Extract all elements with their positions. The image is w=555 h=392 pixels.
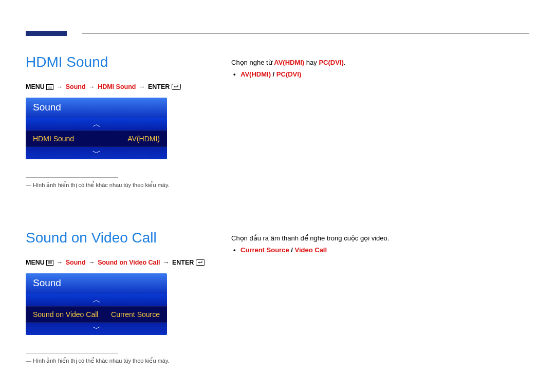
menu-icon xyxy=(46,260,53,267)
chevron-down-icon: ﹀ xyxy=(92,323,101,335)
desc-opt-pcdvi: PC(DVI) xyxy=(319,59,343,66)
path-sound: Sound xyxy=(66,83,86,90)
chevron-down-icon: ﹀ xyxy=(92,147,101,159)
osd-nav-up[interactable]: ︿ xyxy=(26,294,167,306)
osd-row-hdmi-sound[interactable]: HDMI Sound AV(HDMI) xyxy=(26,130,167,147)
osd-row-value: AV(HDMI) xyxy=(127,135,160,143)
desc-opt-avhdmi: AV(HDMI) xyxy=(274,59,304,66)
osd-nav-down[interactable]: ﹀ xyxy=(26,147,167,159)
video-call-options-bullet: Current Source / Video Call xyxy=(240,244,529,256)
menu-icon xyxy=(46,84,53,91)
osd-header: Sound xyxy=(26,98,167,118)
footnote-separator xyxy=(26,177,118,178)
menu-path-video-call: MENU → Sound → Sound on Video Call → ENT… xyxy=(26,259,216,267)
desc-pre: Chọn nghe từ xyxy=(231,59,274,66)
osd-row-label: Sound on Video Call xyxy=(33,310,98,319)
osd-row-value: Current Source xyxy=(111,310,160,319)
menu-label: MENU xyxy=(26,259,45,266)
osd-row-video-call[interactable]: Sound on Video Call Current Source xyxy=(26,306,167,323)
path-hdmi-sound: HDMI Sound xyxy=(98,83,136,90)
hdmi-description: Chọn nghe từ AV(HDMI) hay PC(DVI). xyxy=(231,57,529,68)
section-title-hdmi-sound: HDMI Sound xyxy=(26,54,216,70)
enter-icon xyxy=(172,84,181,91)
path-sound: Sound xyxy=(66,259,86,266)
menu-path-hdmi: MENU → Sound → HDMI Sound → ENTER xyxy=(26,83,216,91)
chevron-up-icon: ︿ xyxy=(92,294,101,306)
chevron-up-icon: ︿ xyxy=(92,118,101,130)
option-current-source: Current Source xyxy=(240,246,289,254)
osd-nav-down[interactable]: ﹀ xyxy=(26,323,167,335)
hdmi-options-bullet: AV(HDMI) / PC(DVI) xyxy=(240,68,529,80)
header-accent-block xyxy=(26,31,67,36)
option-pcdvi: PC(DVI) xyxy=(276,70,301,78)
section-title-video-call: Sound on Video Call xyxy=(26,230,216,246)
osd-row-label: HDMI Sound xyxy=(33,135,74,143)
page-header-rule xyxy=(26,31,529,36)
enter-icon xyxy=(196,259,205,267)
osd-nav-up[interactable]: ︿ xyxy=(26,118,167,130)
path-video-call: Sound on Video Call xyxy=(98,259,160,266)
osd-menu-video-call: Sound ︿ Sound on Video Call Current Sour… xyxy=(26,273,167,335)
desc-tail: . xyxy=(344,59,346,66)
video-call-description: Chọn đầu ra âm thanh để nghe trong cuộc … xyxy=(231,232,529,244)
desc-mid: hay xyxy=(304,59,319,66)
option-sep: / xyxy=(289,246,295,254)
enter-label: ENTER xyxy=(148,83,170,90)
footnote-text: Hình ảnh hiển thị có thể khác nhau tùy t… xyxy=(26,358,216,364)
enter-label: ENTER xyxy=(172,259,194,266)
osd-menu-hdmi: Sound ︿ HDMI Sound AV(HDMI) ﹀ xyxy=(26,98,167,159)
option-sep: / xyxy=(271,70,276,78)
option-avhdmi: AV(HDMI) xyxy=(240,70,271,78)
footnote-text: Hình ảnh hiển thị có thể khác nhau tùy t… xyxy=(26,182,216,189)
header-divider xyxy=(82,33,529,34)
footnote-separator xyxy=(26,353,118,353)
option-video-call: Video Call xyxy=(294,246,327,254)
menu-label: MENU xyxy=(26,83,45,90)
osd-header: Sound xyxy=(26,273,167,294)
